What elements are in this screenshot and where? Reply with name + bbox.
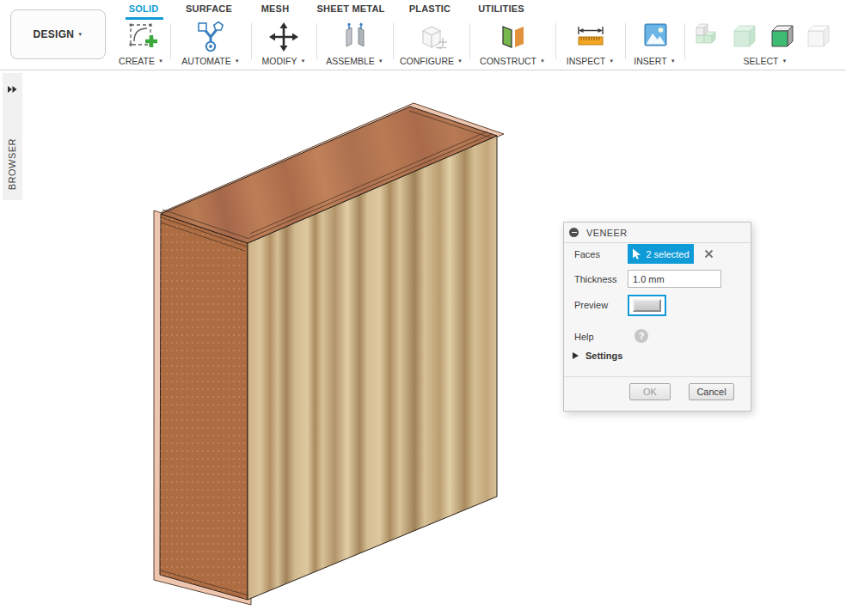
design-menu-label: DESIGN — [33, 28, 74, 40]
dropdown-caret-icon — [667, 56, 676, 66]
thickness-input[interactable] — [628, 270, 721, 288]
configure-cube-icon[interactable] — [413, 21, 451, 57]
collapse-dialog-icon[interactable] — [569, 228, 579, 237]
help-label: Help — [574, 326, 594, 346]
toolbar-group-inspect: INSPECT — [555, 21, 625, 69]
dropdown-caret-icon — [536, 56, 545, 66]
settings-expander[interactable]: Settings — [585, 348, 622, 363]
group-label-automate[interactable]: AUTOMATE — [170, 56, 251, 66]
tab-solid[interactable]: SOLID — [129, 3, 159, 14]
faces-selection-count: 2 selected — [646, 249, 689, 259]
group-label-assemble[interactable]: ASSEMBLE — [316, 56, 393, 66]
toolbar-group-modify: MODIFY — [251, 21, 316, 69]
panel-side-face-texture — [160, 214, 248, 600]
select-cubes-icon[interactable] — [690, 21, 841, 57]
preview-toggle-button[interactable] — [628, 295, 666, 316]
group-label-insert[interactable]: INSERT — [625, 56, 684, 66]
dialog-divider — [564, 376, 751, 377]
assemble-joint-icon[interactable] — [336, 21, 374, 57]
group-label-modify[interactable]: MODIFY — [251, 56, 316, 66]
tab-utilities[interactable]: UTILITIES — [478, 3, 524, 14]
ok-button[interactable]: OK — [629, 383, 671, 400]
question-mark-icon[interactable] — [634, 329, 648, 343]
design-menu-button[interactable]: DESIGN — [10, 9, 106, 59]
group-label-create[interactable]: CREATE — [112, 56, 170, 66]
x-clear-icon[interactable] — [703, 248, 714, 259]
dropdown-caret-icon — [231, 56, 240, 66]
group-label-configure[interactable]: CONFIGURE — [393, 56, 469, 66]
move-arrows-icon[interactable] — [265, 21, 303, 57]
veneer-dialog: VENEER Faces 2 selected Thickness Previe… — [563, 222, 751, 412]
dropdown-caret-icon — [375, 56, 383, 66]
dropdown-caret-icon — [297, 56, 305, 66]
sketch-create-icon[interactable] — [122, 21, 160, 57]
dropdown-caret-icon — [605, 56, 614, 66]
toolbar-group-construct: CONSTRUCT — [469, 21, 555, 69]
toolbar-group-automate: AUTOMATE — [170, 21, 251, 69]
toolbar-group-assemble: ASSEMBLE — [316, 21, 393, 69]
automate-graph-icon[interactable] — [192, 21, 230, 57]
browser-panel-collapsed[interactable]: BROWSER — [3, 73, 22, 200]
insert-image-icon[interactable] — [636, 21, 674, 57]
cursor-arrow-icon — [632, 248, 641, 260]
toolbar-group-select: SELECT — [684, 21, 846, 69]
toolbar: DESIGN SOLID SURFACE MESH SHEET METAL PL… — [0, 0, 846, 70]
construction-planes-icon[interactable] — [494, 21, 531, 57]
toolbar-group-configure: CONFIGURE — [393, 21, 469, 69]
dropdown-caret-icon — [74, 28, 83, 40]
preview-label: Preview — [574, 295, 608, 314]
tab-plastic[interactable]: PLASTIC — [409, 3, 451, 14]
faces-selection-button[interactable]: 2 selected — [628, 244, 694, 264]
dropdown-caret-icon — [454, 56, 463, 66]
cancel-button[interactable]: Cancel — [689, 383, 734, 400]
dialog-header: VENEER — [564, 223, 751, 243]
group-label-construct[interactable]: CONSTRUCT — [469, 56, 555, 66]
double-arrow-right-icon[interactable] — [8, 81, 17, 96]
thickness-label: Thickness — [574, 269, 617, 289]
tab-sheet-metal[interactable]: SHEET METAL — [317, 3, 385, 14]
fusion-window: DESIGN SOLID SURFACE MESH SHEET METAL PL… — [0, 0, 846, 616]
group-label-inspect[interactable]: INSPECT — [555, 56, 625, 66]
triangle-right-icon[interactable] — [573, 352, 579, 359]
preview-thumbnail — [633, 299, 661, 312]
faces-label: Faces — [574, 244, 600, 264]
group-label-select[interactable]: SELECT — [684, 56, 846, 66]
measure-ruler-icon[interactable] — [572, 21, 610, 57]
dialog-title: VENEER — [586, 228, 628, 238]
tab-mesh[interactable]: MESH — [261, 3, 290, 14]
active-tab-underline — [126, 17, 163, 20]
dropdown-caret-icon — [155, 56, 163, 66]
toolbar-group-insert: INSERT — [625, 21, 684, 69]
dropdown-caret-icon — [778, 56, 787, 66]
tab-surface[interactable]: SURFACE — [186, 3, 232, 14]
browser-panel-label: BROWSER — [7, 138, 17, 190]
toolbar-group-create: CREATE — [112, 21, 170, 69]
